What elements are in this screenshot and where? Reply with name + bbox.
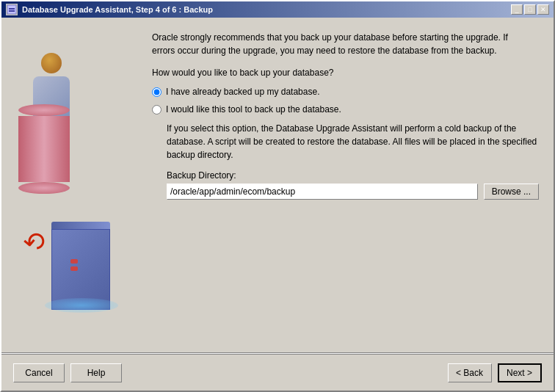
radio-label-1[interactable]: I have already backed up my database. [166, 87, 319, 97]
minimize-button[interactable]: _ [511, 4, 523, 15]
question-text: How would you like to back up your datab… [152, 68, 539, 78]
close-button[interactable]: ✕ [537, 4, 549, 15]
comp-top [51, 222, 110, 229]
maximize-button[interactable]: □ [524, 4, 536, 15]
db-body [18, 116, 70, 182]
person-head [41, 53, 62, 73]
browse-button[interactable]: Browse ... [484, 184, 539, 200]
cancel-button[interactable]: Cancel [13, 363, 65, 382]
window-title: Database Upgrade Assistant, Step 4 of 6 … [22, 5, 213, 14]
backup-dir-row: Browse ... [167, 184, 539, 200]
light-2 [70, 266, 78, 271]
title-controls: _ □ ✕ [511, 4, 549, 15]
svg-rect-2 [9, 10, 15, 12]
light-1 [70, 259, 78, 264]
main-area: ↺ [1, 18, 554, 352]
svg-rect-1 [9, 8, 15, 10]
window-content: ↺ [1, 18, 554, 391]
bottom-right-buttons: < Back Next > [448, 363, 542, 382]
backup-dir-input[interactable] [167, 184, 478, 200]
intro-text: Oracle strongly recommends that you back… [152, 31, 539, 57]
database-icon [18, 104, 70, 194]
backup-dir-label: Backup Directory: [167, 170, 539, 181]
title-bar: Database Upgrade Assistant, Step 4 of 6 … [1, 1, 554, 18]
main-window: Database Upgrade Assistant, Step 4 of 6 … [0, 0, 555, 392]
right-panel: Oracle strongly recommends that you back… [137, 18, 554, 352]
comp-lights [70, 259, 78, 271]
next-button[interactable]: Next > [498, 363, 542, 382]
radio-tool-backup[interactable] [152, 105, 162, 115]
app-icon [6, 4, 18, 15]
db-bottom [18, 182, 70, 194]
help-button[interactable]: Help [70, 363, 122, 382]
radio-already-backed-up[interactable] [152, 87, 162, 97]
bottom-bar: Cancel Help < Back Next > [1, 354, 554, 391]
db-top [18, 104, 70, 116]
computer-icon [51, 222, 110, 310]
title-bar-left: Database Upgrade Assistant, Step 4 of 6 … [6, 4, 213, 15]
option-description: If you select this option, the Database … [167, 122, 539, 161]
comp-glow [45, 298, 118, 313]
radio-option-2[interactable]: I would like this tool to back up the da… [152, 104, 539, 115]
bottom-left-buttons: Cancel Help [13, 363, 122, 382]
radio-label-2[interactable]: I would like this tool to back up the da… [166, 104, 341, 115]
left-panel: ↺ [1, 18, 137, 352]
arrow-icon: ↺ [18, 222, 55, 259]
back-button[interactable]: < Back [448, 363, 492, 382]
illustration: ↺ [11, 46, 128, 324]
radio-option-1[interactable]: I have already backed up my database. [152, 87, 539, 97]
comp-body [51, 229, 110, 310]
